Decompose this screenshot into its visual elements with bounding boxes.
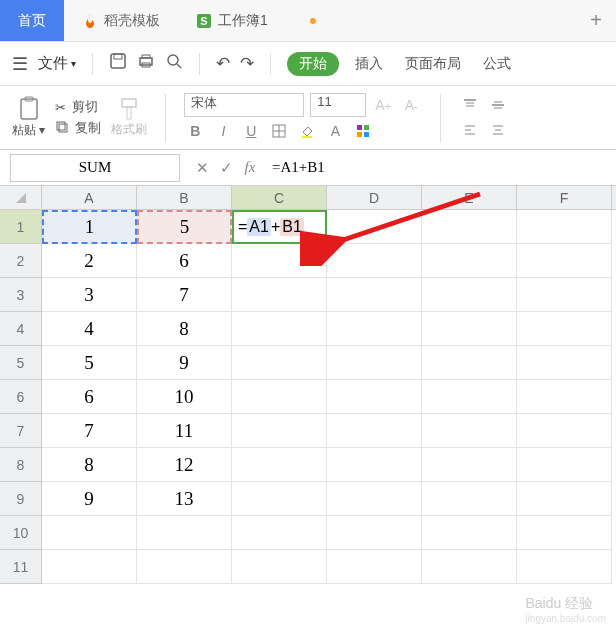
- cell-B9[interactable]: 13: [137, 482, 232, 516]
- cell-D1[interactable]: [327, 210, 422, 244]
- cell-D7[interactable]: [327, 414, 422, 448]
- cell-E2[interactable]: [422, 244, 517, 278]
- cell-B4[interactable]: 8: [137, 312, 232, 346]
- cell-F2[interactable]: [517, 244, 612, 278]
- cell-F7[interactable]: [517, 414, 612, 448]
- cell-E9[interactable]: [422, 482, 517, 516]
- row-header[interactable]: 10: [0, 516, 42, 550]
- cell-D4[interactable]: [327, 312, 422, 346]
- decrease-font-icon[interactable]: A-: [400, 94, 422, 116]
- row-header[interactable]: 6: [0, 380, 42, 414]
- spreadsheet-grid[interactable]: A B C D E F 115=A1 + B122633744855966107…: [0, 186, 616, 584]
- cell-F9[interactable]: [517, 482, 612, 516]
- cell-E1[interactable]: [422, 210, 517, 244]
- cell-D10[interactable]: [327, 516, 422, 550]
- redo-icon[interactable]: ↷: [240, 53, 254, 74]
- cell-A5[interactable]: 5: [42, 346, 137, 380]
- align-top-icon[interactable]: [459, 94, 481, 116]
- ribbon-formula[interactable]: 公式: [477, 51, 517, 77]
- new-tab-button[interactable]: +: [576, 9, 616, 32]
- cell-B1[interactable]: 5: [137, 210, 232, 244]
- copy-button[interactable]: 复制: [55, 119, 101, 137]
- menu-icon[interactable]: ☰: [12, 53, 28, 75]
- fill-color-button[interactable]: [296, 120, 318, 142]
- border-button[interactable]: [268, 120, 290, 142]
- cell-C5[interactable]: [232, 346, 327, 380]
- cell-F11[interactable]: [517, 550, 612, 584]
- cell-E4[interactable]: [422, 312, 517, 346]
- cell-F1[interactable]: [517, 210, 612, 244]
- ribbon-start[interactable]: 开始: [287, 52, 339, 76]
- row-header[interactable]: 5: [0, 346, 42, 380]
- row-header[interactable]: 2: [0, 244, 42, 278]
- preview-icon[interactable]: [165, 52, 183, 75]
- bold-button[interactable]: B: [184, 120, 206, 142]
- save-icon[interactable]: [109, 52, 127, 75]
- cell-B8[interactable]: 12: [137, 448, 232, 482]
- cell-B6[interactable]: 10: [137, 380, 232, 414]
- fx-icon[interactable]: fx: [238, 159, 262, 176]
- cell-C6[interactable]: [232, 380, 327, 414]
- cell-C11[interactable]: [232, 550, 327, 584]
- row-header[interactable]: 9: [0, 482, 42, 516]
- format-painter-button[interactable]: 格式刷: [111, 97, 147, 138]
- cell-E7[interactable]: [422, 414, 517, 448]
- paste-button[interactable]: 粘贴 ▾: [12, 96, 45, 139]
- undo-icon[interactable]: ↶: [216, 53, 230, 74]
- row-header[interactable]: 4: [0, 312, 42, 346]
- tab-workbook[interactable]: S 工作簿1: [178, 0, 286, 41]
- font-color-button[interactable]: A: [324, 120, 346, 142]
- cell-B7[interactable]: 11: [137, 414, 232, 448]
- cell-C8[interactable]: [232, 448, 327, 482]
- cell-E5[interactable]: [422, 346, 517, 380]
- font-name-select[interactable]: 宋体: [184, 93, 304, 117]
- align-middle-icon[interactable]: [487, 94, 509, 116]
- align-left-icon[interactable]: [459, 119, 481, 141]
- cell-F3[interactable]: [517, 278, 612, 312]
- cell-C2[interactable]: [232, 244, 327, 278]
- cell-B2[interactable]: 6: [137, 244, 232, 278]
- font-size-select[interactable]: 11: [310, 93, 366, 117]
- cell-C1[interactable]: =A1 + B1: [232, 210, 327, 244]
- tab-home[interactable]: 首页: [0, 0, 64, 41]
- print-icon[interactable]: [137, 52, 155, 75]
- cell-D3[interactable]: [327, 278, 422, 312]
- cell-E10[interactable]: [422, 516, 517, 550]
- ribbon-layout[interactable]: 页面布局: [399, 51, 467, 77]
- cell-D2[interactable]: [327, 244, 422, 278]
- select-all-corner[interactable]: [0, 186, 42, 209]
- col-D[interactable]: D: [327, 186, 422, 209]
- file-menu[interactable]: 文件▾: [38, 54, 76, 73]
- cell-A4[interactable]: 4: [42, 312, 137, 346]
- cell-D11[interactable]: [327, 550, 422, 584]
- cell-F10[interactable]: [517, 516, 612, 550]
- row-header[interactable]: 3: [0, 278, 42, 312]
- col-A[interactable]: A: [42, 186, 137, 209]
- cancel-formula-icon[interactable]: ✕: [190, 159, 214, 177]
- cell-C3[interactable]: [232, 278, 327, 312]
- col-C[interactable]: C: [232, 186, 327, 209]
- cell-A2[interactable]: 2: [42, 244, 137, 278]
- col-E[interactable]: E: [422, 186, 517, 209]
- cell-C7[interactable]: [232, 414, 327, 448]
- cell-A3[interactable]: 3: [42, 278, 137, 312]
- cut-button[interactable]: ✂剪切: [55, 98, 101, 116]
- cell-A6[interactable]: 6: [42, 380, 137, 414]
- tab-docer[interactable]: 稻壳模板: [64, 0, 178, 41]
- italic-button[interactable]: I: [212, 120, 234, 142]
- row-header[interactable]: 11: [0, 550, 42, 584]
- row-header[interactable]: 1: [0, 210, 42, 244]
- row-header[interactable]: 7: [0, 414, 42, 448]
- align-center-icon[interactable]: [487, 119, 509, 141]
- cell-F5[interactable]: [517, 346, 612, 380]
- accept-formula-icon[interactable]: ✓: [214, 159, 238, 177]
- cell-D9[interactable]: [327, 482, 422, 516]
- col-F[interactable]: F: [517, 186, 612, 209]
- formula-input[interactable]: [262, 159, 616, 176]
- cell-C4[interactable]: [232, 312, 327, 346]
- cell-B10[interactable]: [137, 516, 232, 550]
- cell-A1[interactable]: 1: [42, 210, 137, 244]
- cell-styles-button[interactable]: [352, 120, 374, 142]
- cell-F4[interactable]: [517, 312, 612, 346]
- cell-B11[interactable]: [137, 550, 232, 584]
